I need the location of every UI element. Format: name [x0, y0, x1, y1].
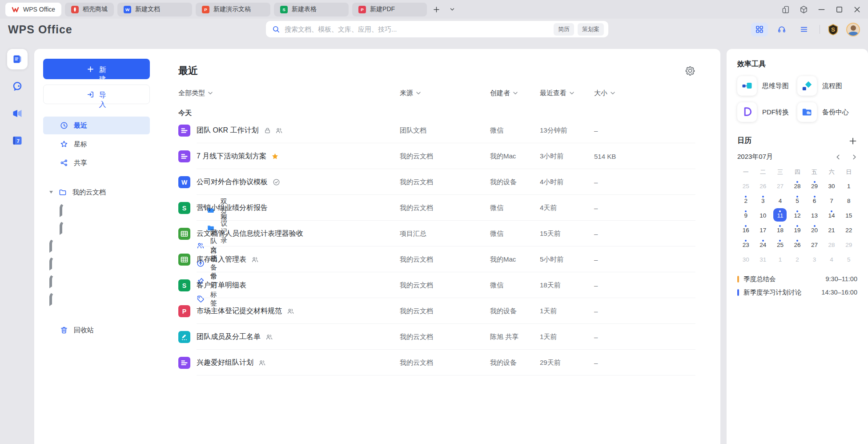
- import-button[interactable]: 导入: [43, 85, 150, 104]
- file-row[interactable]: P 市场主体登记提交材料规范 我的云文档 我的设备 1天前 –: [178, 298, 695, 324]
- maximize-button[interactable]: [833, 4, 845, 15]
- search-tag[interactable]: 简历: [554, 23, 574, 36]
- calendar-day[interactable]: 29: [806, 178, 823, 193]
- search-tag[interactable]: 策划案: [578, 23, 604, 36]
- calendar-day[interactable]: 26: [789, 237, 806, 251]
- calendar-day[interactable]: 5: [840, 251, 857, 266]
- calendar-day[interactable]: 28: [823, 237, 840, 251]
- sidebar-item-share[interactable]: 共享: [43, 154, 150, 172]
- sidebar-item-trash[interactable]: 回收站: [43, 321, 150, 339]
- calendar-day[interactable]: 27: [772, 178, 789, 193]
- window-tab[interactable]: W新建文档: [117, 3, 192, 16]
- calendar-day[interactable]: 4: [823, 251, 840, 266]
- sidebar-tree-item[interactable]: 团队文档: [43, 237, 150, 254]
- sidebar-tree-item[interactable]: 我的云文档: [43, 183, 150, 201]
- calendar-day[interactable]: 7: [823, 193, 840, 207]
- expand-arrow-icon[interactable]: [49, 191, 53, 194]
- tool-backup-center[interactable]: 备份中心: [797, 102, 857, 122]
- calendar-day[interactable]: 24: [755, 237, 772, 251]
- filter-dropdown-1[interactable]: 来源: [400, 89, 490, 97]
- calendar-day[interactable]: 8: [840, 193, 857, 207]
- window-tab[interactable]: P新建PDF: [352, 3, 427, 16]
- calendar-day[interactable]: 14: [823, 207, 840, 222]
- search-bar[interactable]: 简历策划案: [266, 21, 608, 37]
- tab-list-button[interactable]: [446, 3, 459, 16]
- sidebar-tree-item[interactable]: 常用: [43, 272, 150, 290]
- calendar-day[interactable]: 29: [840, 237, 857, 251]
- sidebar-tree-item[interactable]: 会议记录: [43, 219, 150, 237]
- calendar-day[interactable]: 30: [823, 178, 840, 193]
- window-tab[interactable]: 稻壳商城: [65, 3, 114, 16]
- file-row[interactable]: S 客户订单明细表 我的云文档 微信 18天前 –: [178, 272, 695, 298]
- close-button[interactable]: [851, 4, 863, 15]
- new-document-button[interactable]: 新建: [43, 59, 150, 79]
- sidebar-item-clock[interactable]: 最近: [43, 117, 150, 134]
- calendar-day[interactable]: 28: [789, 178, 806, 193]
- filter-dropdown-0[interactable]: 全部类型: [178, 89, 400, 97]
- vip-badge-icon[interactable]: S: [827, 24, 839, 36]
- list-settings-button[interactable]: [685, 65, 695, 76]
- menu-button[interactable]: [796, 23, 812, 36]
- calendar-day[interactable]: 3: [755, 193, 772, 207]
- calendar-day[interactable]: 1: [840, 178, 857, 193]
- window-tab[interactable]: WPS Office: [5, 3, 61, 16]
- calendar-day[interactable]: 18: [772, 222, 789, 237]
- rail-item-meeting[interactable]: [7, 103, 28, 124]
- calendar-day[interactable]: 22: [840, 222, 857, 237]
- tool-flowchart[interactable]: 流程图: [797, 76, 857, 96]
- calendar-day[interactable]: 27: [806, 237, 823, 251]
- new-tab-button[interactable]: [430, 3, 443, 16]
- calendar-day[interactable]: 21: [823, 222, 840, 237]
- calendar-day[interactable]: 2: [737, 193, 755, 207]
- calendar-day[interactable]: 2: [789, 251, 806, 266]
- calendar-day[interactable]: 3: [806, 251, 823, 266]
- calendar-event[interactable]: 季度总结会9:30–11:00: [737, 272, 857, 286]
- minimize-button[interactable]: [816, 4, 827, 15]
- file-row[interactable]: 库存出入管理表 我的云文档 我的Mac 5小时前 –: [178, 246, 695, 272]
- file-row[interactable]: 7 月线下活动策划方案 我的云文档 我的Mac 3小时前 514 KB: [178, 143, 695, 169]
- filter-dropdown-3[interactable]: 最近查看: [540, 89, 594, 97]
- user-avatar[interactable]: [846, 23, 860, 36]
- file-row[interactable]: 云文档管人员信息统计表理器验收 项目汇总 微信 15天前 –: [178, 221, 695, 246]
- calendar-day[interactable]: 26: [755, 178, 772, 193]
- calendar-day[interactable]: 30: [737, 251, 755, 266]
- device-button[interactable]: [780, 4, 792, 15]
- calendar-day[interactable]: 20: [806, 222, 823, 237]
- tool-mindmap[interactable]: 思维导图: [737, 76, 797, 96]
- filter-dropdown-4[interactable]: 大小: [594, 89, 695, 97]
- sidebar-item-star[interactable]: 星标: [43, 135, 150, 153]
- calendar-day[interactable]: 1: [772, 251, 789, 266]
- file-row[interactable]: W 公司对外合作协议模板 我的云文档 我的设备 4小时前 –: [178, 169, 695, 195]
- window-tab[interactable]: S新建表格: [274, 3, 349, 16]
- file-row[interactable]: S 营销小组业绩分析报告 我的云文档 微信 4天前 –: [178, 195, 695, 221]
- calendar-day[interactable]: 9: [737, 207, 755, 222]
- calendar-day[interactable]: 13: [806, 207, 823, 222]
- rail-item-calendar7[interactable]: 7: [7, 130, 28, 151]
- add-event-button[interactable]: [848, 137, 857, 145]
- tool-pdf-convert[interactable]: PDF转换: [737, 102, 797, 122]
- calendar-day[interactable]: 17: [755, 222, 772, 237]
- calendar-day[interactable]: 15: [840, 207, 857, 222]
- rail-item-docs[interactable]: [7, 49, 28, 69]
- sidebar-tree-item[interactable]: 自动备份: [43, 254, 150, 272]
- calendar-day[interactable]: 25: [737, 178, 755, 193]
- calendar-day[interactable]: 4: [772, 193, 789, 207]
- headset-button[interactable]: [773, 23, 790, 36]
- search-input[interactable]: [285, 25, 554, 33]
- calendar-day[interactable]: 16: [737, 222, 755, 237]
- window-tab[interactable]: P新建演示文稿: [196, 3, 270, 16]
- rail-item-chat[interactable]: [7, 76, 28, 97]
- calendar-next-button[interactable]: [851, 154, 857, 160]
- sidebar-tree-item[interactable]: 标签: [43, 290, 150, 308]
- filter-dropdown-2[interactable]: 创建者: [490, 89, 540, 97]
- calendar-day[interactable]: 23: [737, 237, 755, 251]
- calendar-day[interactable]: 5: [789, 193, 806, 207]
- calendar-day[interactable]: 10: [755, 207, 772, 222]
- calendar-prev-button[interactable]: [835, 154, 841, 160]
- calendar-day[interactable]: 31: [755, 251, 772, 266]
- calendar-event[interactable]: 新季度学习计划讨论14:30–16:00: [737, 286, 857, 299]
- calendar-day[interactable]: 11: [772, 207, 789, 222]
- sidebar-tree-item[interactable]: 双月报: [43, 201, 150, 219]
- workspace-button[interactable]: [798, 4, 809, 15]
- file-row[interactable]: 团队 OKR 工作计划 团队文档 微信 13分钟前 –: [178, 117, 695, 143]
